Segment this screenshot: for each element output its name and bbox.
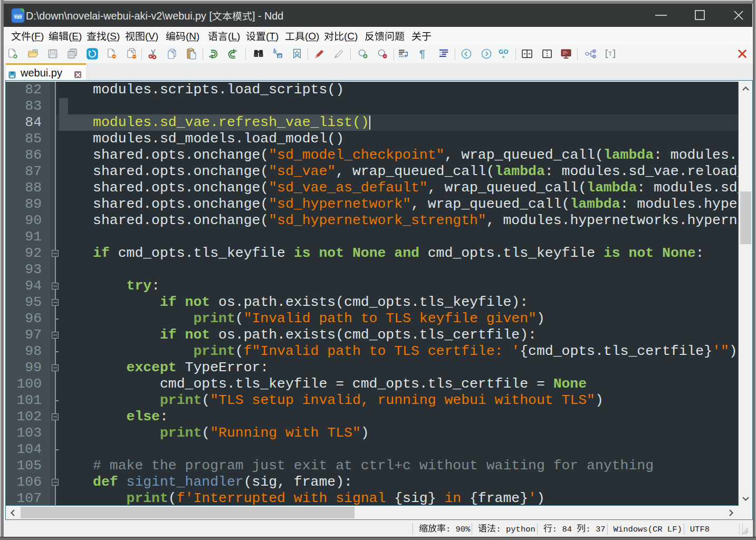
svg-text:b: b: [273, 48, 276, 55]
svg-text:»: »: [502, 54, 505, 60]
svg-text:T: T: [608, 51, 612, 57]
svg-text:¶: ¶: [419, 48, 425, 60]
svg-text:a: a: [278, 52, 281, 59]
svg-text:TXT: TXT: [15, 15, 23, 20]
